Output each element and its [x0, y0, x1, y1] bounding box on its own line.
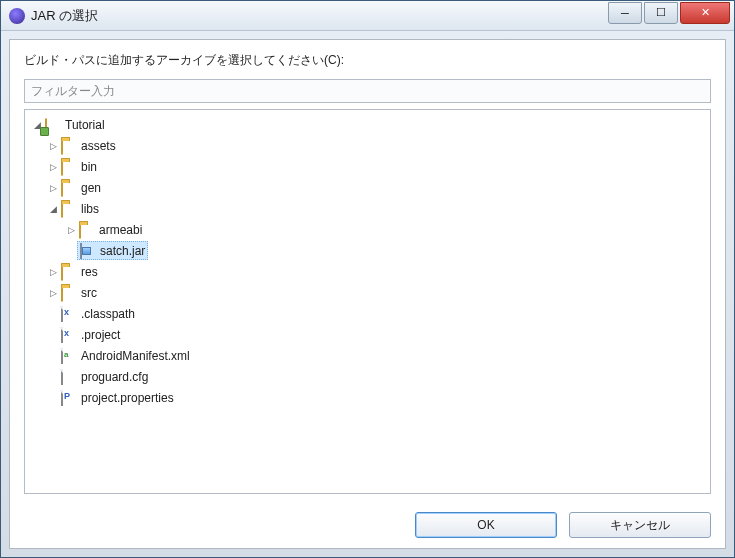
titlebar[interactable]: JAR の選択 ─ ☐ ✕: [1, 1, 734, 31]
expand-icon[interactable]: ▷: [65, 224, 77, 236]
tree-node-bin[interactable]: ▷ bin: [27, 156, 708, 177]
expand-icon[interactable]: ▷: [47, 161, 59, 173]
tree-label: assets: [81, 139, 116, 153]
tree-label: .project: [81, 328, 120, 342]
project-icon: [45, 118, 61, 132]
tree-node-gen[interactable]: ▷ gen: [27, 177, 708, 198]
xml-file-icon: [61, 307, 77, 321]
jar-file-icon: [80, 244, 96, 258]
close-button[interactable]: ✕: [680, 2, 730, 24]
tree-node-src[interactable]: ▷ src: [27, 282, 708, 303]
tree-node-res[interactable]: ▷ res: [27, 261, 708, 282]
filter-input[interactable]: フィルター入力: [24, 79, 711, 103]
folder-icon: [61, 265, 77, 279]
tree-label: satch.jar: [100, 244, 145, 258]
folder-open-icon: [61, 202, 77, 216]
tree-label: res: [81, 265, 98, 279]
minimize-button[interactable]: ─: [608, 2, 642, 24]
tree-node-assets[interactable]: ▷ assets: [27, 135, 708, 156]
tree-label: Tutorial: [65, 118, 105, 132]
tree-label: bin: [81, 160, 97, 174]
dialog-content: ビルド・パスに追加するアーカイブを選択してください(C): フィルター入力 ◢ …: [9, 39, 726, 549]
xml-file-icon: [61, 328, 77, 342]
tree-label: proguard.cfg: [81, 370, 148, 384]
folder-icon: [61, 139, 77, 153]
instruction-label: ビルド・パスに追加するアーカイブを選択してください(C):: [24, 52, 711, 69]
tree-node-project[interactable]: ▷ .project: [27, 324, 708, 345]
folder-icon: [79, 223, 95, 237]
window-title: JAR の選択: [31, 7, 608, 25]
app-icon: [9, 8, 25, 24]
ok-button[interactable]: OK: [415, 512, 557, 538]
maximize-button[interactable]: ☐: [644, 2, 678, 24]
tree-node-manifest[interactable]: ▷ AndroidManifest.xml: [27, 345, 708, 366]
window-controls: ─ ☐ ✕: [608, 2, 734, 24]
folder-icon: [61, 286, 77, 300]
tree-node-libs[interactable]: ◢ libs: [27, 198, 708, 219]
tree-node-armeabi[interactable]: ▷ armeabi: [27, 219, 708, 240]
tree-label: gen: [81, 181, 101, 195]
dialog-window: JAR の選択 ─ ☐ ✕ ビルド・パスに追加するアーカイブを選択してください(…: [0, 0, 735, 558]
cancel-button[interactable]: キャンセル: [569, 512, 711, 538]
tree-node-satch-jar[interactable]: ▷ satch.jar: [27, 240, 708, 261]
tree-view[interactable]: ◢ Tutorial ▷ assets: [24, 109, 711, 494]
expand-icon[interactable]: ▷: [47, 287, 59, 299]
folder-icon: [61, 160, 77, 174]
expand-icon[interactable]: ▷: [47, 140, 59, 152]
tree-label: armeabi: [99, 223, 142, 237]
tree-node-proguard[interactable]: ▷ proguard.cfg: [27, 366, 708, 387]
expand-icon[interactable]: ▷: [47, 266, 59, 278]
tree-label: AndroidManifest.xml: [81, 349, 190, 363]
expand-icon[interactable]: ▷: [47, 182, 59, 194]
collapse-icon[interactable]: ◢: [47, 203, 59, 215]
tree-label: project.properties: [81, 391, 174, 405]
tree-label: src: [81, 286, 97, 300]
text-file-icon: [61, 370, 77, 384]
tree-node-tutorial[interactable]: ◢ Tutorial: [27, 114, 708, 135]
button-bar: OK キャンセル: [24, 504, 711, 538]
tree-label: libs: [81, 202, 99, 216]
tree-node-classpath[interactable]: ▷ .classpath: [27, 303, 708, 324]
properties-file-icon: [61, 391, 77, 405]
manifest-file-icon: [61, 349, 77, 363]
tree-label: .classpath: [81, 307, 135, 321]
filter-placeholder: フィルター入力: [31, 83, 115, 100]
tree-node-properties[interactable]: ▷ project.properties: [27, 387, 708, 408]
folder-icon: [61, 181, 77, 195]
